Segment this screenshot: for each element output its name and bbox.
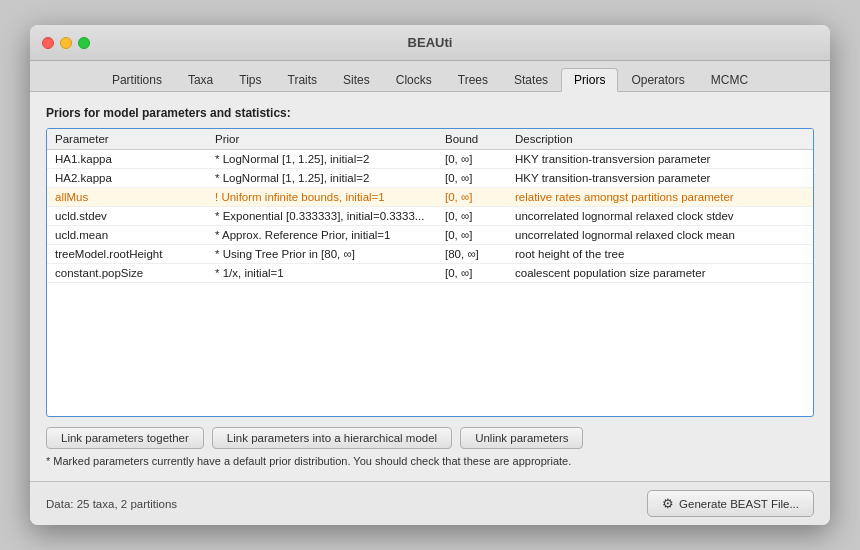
tab-partitions[interactable]: Partitions [99, 68, 175, 92]
cell-prior: * LogNormal [1, 1.25], initial=2 [207, 150, 437, 169]
unlink-button[interactable]: Unlink parameters [460, 427, 583, 449]
cell-prior: * Approx. Reference Prior, initial=1 [207, 226, 437, 245]
tab-bar: Partitions Taxa Tips Traits Sites Clocks… [30, 61, 830, 92]
cell-description: HKY transition-transversion parameter [507, 169, 813, 188]
action-buttons: Link parameters together Link parameters… [46, 427, 814, 449]
window-title: BEAUti [408, 35, 453, 50]
cell-description: root height of the tree [507, 245, 813, 264]
link-hierarchical-button[interactable]: Link parameters into a hierarchical mode… [212, 427, 452, 449]
cell-bound: [80, ∞] [437, 245, 507, 264]
table-header-row: Parameter Prior Bound Description [47, 129, 813, 150]
maximize-button[interactable] [78, 37, 90, 49]
cell-prior: * Using Tree Prior in [80, ∞] [207, 245, 437, 264]
cell-bound: [0, ∞] [437, 150, 507, 169]
cell-bound: [0, ∞] [437, 264, 507, 283]
close-button[interactable] [42, 37, 54, 49]
tab-states[interactable]: States [501, 68, 561, 92]
table-row[interactable]: allMus ! Uniform infinite bounds, initia… [47, 188, 813, 207]
link-together-button[interactable]: Link parameters together [46, 427, 204, 449]
table-row[interactable]: HA2.kappa * LogNormal [1, 1.25], initial… [47, 169, 813, 188]
generate-beast-button[interactable]: ⚙ Generate BEAST File... [647, 490, 814, 517]
cell-param: allMus [47, 188, 207, 207]
titlebar: BEAUti [30, 25, 830, 61]
main-content: Priors for model parameters and statisti… [30, 92, 830, 481]
table-row[interactable]: HA1.kappa * LogNormal [1, 1.25], initial… [47, 150, 813, 169]
cell-description: HKY transition-transversion parameter [507, 150, 813, 169]
col-header-parameter: Parameter [47, 129, 207, 150]
table-row[interactable]: constant.popSize * 1/x, initial=1 [0, ∞]… [47, 264, 813, 283]
tab-trees[interactable]: Trees [445, 68, 501, 92]
cell-param: HA2.kappa [47, 169, 207, 188]
tab-sites[interactable]: Sites [330, 68, 383, 92]
traffic-lights [42, 37, 90, 49]
cell-param: constant.popSize [47, 264, 207, 283]
cell-description: uncorrelated lognormal relaxed clock std… [507, 207, 813, 226]
tab-traits[interactable]: Traits [275, 68, 331, 92]
cell-description: relative rates amongst partitions parame… [507, 188, 813, 207]
tab-tips[interactable]: Tips [226, 68, 274, 92]
cell-prior: * Exponential [0.333333], initial=0.3333… [207, 207, 437, 226]
priors-table-container: Parameter Prior Bound Description HA1.ka… [46, 128, 814, 417]
cell-description: uncorrelated lognormal relaxed clock mea… [507, 226, 813, 245]
data-info: Data: 25 taxa, 2 partitions [46, 498, 177, 510]
cell-param: HA1.kappa [47, 150, 207, 169]
main-window: BEAUti Partitions Taxa Tips Traits Sites… [30, 25, 830, 525]
section-title: Priors for model parameters and statisti… [46, 106, 814, 120]
tab-priors[interactable]: Priors [561, 68, 618, 92]
minimize-button[interactable] [60, 37, 72, 49]
col-header-bound: Bound [437, 129, 507, 150]
cell-param: ucld.mean [47, 226, 207, 245]
note-text: * Marked parameters currently have a def… [46, 455, 814, 467]
table-row[interactable]: treeModel.rootHeight * Using Tree Prior … [47, 245, 813, 264]
cell-prior: * LogNormal [1, 1.25], initial=2 [207, 169, 437, 188]
cell-prior: ! Uniform infinite bounds, initial=1 [207, 188, 437, 207]
tab-operators[interactable]: Operators [618, 68, 697, 92]
cell-param: treeModel.rootHeight [47, 245, 207, 264]
col-header-description: Description [507, 129, 813, 150]
col-header-prior: Prior [207, 129, 437, 150]
cell-bound: [0, ∞] [437, 169, 507, 188]
cell-prior: * 1/x, initial=1 [207, 264, 437, 283]
table-row[interactable]: ucld.mean * Approx. Reference Prior, ini… [47, 226, 813, 245]
cell-param: ucld.stdev [47, 207, 207, 226]
priors-table: Parameter Prior Bound Description HA1.ka… [47, 129, 813, 283]
cell-description: coalescent population size parameter [507, 264, 813, 283]
tab-mcmc[interactable]: MCMC [698, 68, 761, 92]
table-row[interactable]: ucld.stdev * Exponential [0.333333], ini… [47, 207, 813, 226]
cell-bound: [0, ∞] [437, 188, 507, 207]
tab-taxa[interactable]: Taxa [175, 68, 226, 92]
generate-button-label: Generate BEAST File... [679, 498, 799, 510]
tab-clocks[interactable]: Clocks [383, 68, 445, 92]
cell-bound: [0, ∞] [437, 207, 507, 226]
bottom-bar: Data: 25 taxa, 2 partitions ⚙ Generate B… [30, 481, 830, 525]
gear-icon: ⚙ [662, 496, 674, 511]
cell-bound: [0, ∞] [437, 226, 507, 245]
